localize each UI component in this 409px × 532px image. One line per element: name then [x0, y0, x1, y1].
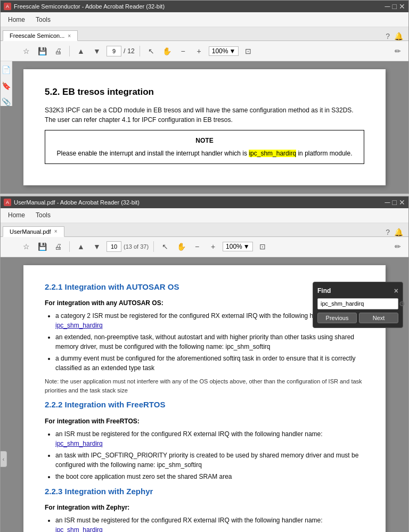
- note-text1: Please enable the interrupt and install …: [56, 150, 247, 157]
- app-icon2: A: [4, 199, 11, 206]
- minimize-btn1[interactable]: ─: [385, 3, 390, 10]
- bell-icon1[interactable]: 🔔: [394, 32, 403, 40]
- add-btn1[interactable]: ☆: [20, 45, 32, 58]
- page-total1: 12: [127, 47, 134, 55]
- hand-btn1[interactable]: ✋: [161, 45, 174, 58]
- maximize-btn1[interactable]: □: [392, 3, 397, 10]
- close-btn2[interactable]: ✕: [399, 199, 405, 206]
- save-btn1[interactable]: 💾: [36, 45, 48, 58]
- zoom-arrow1: ▼: [229, 47, 235, 55]
- window2: A UserManual.pdf - Adobe Acrobat Reader …: [0, 196, 409, 533]
- collapse-handle[interactable]: ‹: [1, 451, 7, 467]
- find-buttons: Previous Next: [317, 313, 398, 323]
- list-item: an extended, non-preemptive task, withou…: [55, 332, 364, 351]
- para1: S32K3 IPCF can be a CDD module in EB tre…: [45, 105, 364, 125]
- tab-usermanual-label: UserManual.pdf: [10, 228, 51, 235]
- help-icon2[interactable]: ?: [386, 228, 390, 236]
- maximize-btn2[interactable]: □: [392, 199, 397, 206]
- note-content1: Please enable the interrupt and install …: [56, 149, 353, 158]
- link-ipc3: ipc_shm_hardirq: [55, 526, 103, 532]
- bullets-zephyr: an ISR must be registered for the config…: [55, 515, 364, 532]
- highlight-text1: ipc_shm_hardirq: [249, 150, 296, 157]
- minimize-btn2[interactable]: ─: [385, 199, 390, 206]
- window1-title: Freescale Semiconductor - Adobe Acrobat …: [14, 3, 165, 10]
- para-freertos: For integration with FreeRTOS:: [45, 416, 364, 426]
- window1: A Freescale Semiconductor - Adobe Acroba…: [0, 0, 409, 194]
- sidebar-doc-icon1[interactable]: 📄: [2, 66, 11, 74]
- left-sidebar1: 📄 🔖 📎: [1, 61, 12, 106]
- find-prev-btn[interactable]: Previous: [317, 313, 357, 323]
- sep4: [153, 241, 154, 252]
- tabbar2: UserManual.pdf × ? 🔔: [1, 223, 408, 237]
- menubar1: Home Tools: [1, 12, 408, 27]
- annotation-btn2[interactable]: ✏: [391, 240, 404, 253]
- pdf-content2: Find × ⚙ Previous Next ‹ 2.2.1 Integrati…: [1, 257, 408, 533]
- find-input-row: ⚙: [317, 298, 398, 309]
- para-zephyr: For integration with Zephyr:: [45, 503, 364, 512]
- toolbar2: 📄 🔖 📎 ☆ 💾 🖨 ▲ ▼ (13 of 37) ↖ ✋ − + 100% …: [1, 237, 408, 257]
- section-2-2-3: 2.2.3 Integration with Zephyr: [45, 486, 364, 498]
- zoom-out-btn2[interactable]: −: [191, 240, 203, 253]
- page-input2[interactable]: [107, 241, 121, 252]
- scroll-up-btn2[interactable]: ▲: [75, 240, 87, 253]
- tab-freescale[interactable]: Freescale Semicon... ×: [3, 30, 78, 41]
- zoom-display1[interactable]: 100% ▼: [209, 46, 239, 56]
- select-btn1[interactable]: ↖: [145, 45, 158, 58]
- titlebar2: A UserManual.pdf - Adobe Acrobat Reader …: [1, 197, 408, 208]
- find-settings-icon[interactable]: ⚙: [397, 299, 407, 309]
- add-btn2[interactable]: ☆: [20, 240, 32, 253]
- print-btn2[interactable]: 🖨: [52, 240, 64, 253]
- tab-close2[interactable]: ×: [54, 228, 58, 234]
- page-input1[interactable]: [107, 46, 121, 56]
- sep2: [140, 46, 140, 56]
- note-autosar: Note: the user application must not inte…: [45, 377, 364, 395]
- tabbar1: Freescale Semicon... × ? 🔔: [1, 27, 408, 41]
- section-2-2-2: 2.2.2 Integration with FreeRTOS: [45, 399, 364, 411]
- find-next-btn[interactable]: Next: [359, 313, 398, 323]
- list-item: an ISR must be registered for the config…: [55, 515, 364, 532]
- pdf-content1: 5.2. EB tresos integration S32K3 IPCF ca…: [1, 61, 408, 193]
- page-nav2: (13 of 37): [107, 241, 149, 252]
- zoom-display2[interactable]: 100% ▼: [223, 242, 253, 251]
- save-btn2[interactable]: 💾: [36, 240, 48, 253]
- list-item: the boot core application must zero set …: [55, 472, 364, 481]
- zoom-value1: 100%: [212, 47, 228, 55]
- find-search-input[interactable]: [318, 299, 397, 308]
- bell-icon2[interactable]: 🔔: [394, 228, 403, 236]
- tab-close1[interactable]: ×: [68, 33, 71, 39]
- titlebar1: A Freescale Semiconductor - Adobe Acroba…: [1, 1, 408, 12]
- zoom-in-btn2[interactable]: +: [207, 240, 219, 253]
- sidebar-attach-icon1[interactable]: 📎: [2, 97, 11, 106]
- menu-tools2[interactable]: Tools: [30, 209, 56, 221]
- list-item: an ISR must be registered for the config…: [55, 429, 364, 448]
- select-btn2[interactable]: ↖: [159, 240, 171, 253]
- sidebar-bookmark-icon1[interactable]: 🔖: [2, 81, 11, 90]
- menu-tools1[interactable]: Tools: [30, 14, 56, 26]
- sep1: [69, 46, 70, 56]
- help-icon1[interactable]: ?: [386, 32, 390, 40]
- pdf-page1: 5.2. EB tresos integration S32K3 IPCF ca…: [23, 69, 386, 185]
- print-btn1[interactable]: 🖨: [52, 45, 64, 58]
- link-ipc1: ipc_shm_hardirq: [55, 322, 103, 329]
- fit-page-btn1[interactable]: ⊡: [242, 45, 255, 58]
- tab-usermanual[interactable]: UserManual.pdf ×: [3, 226, 64, 237]
- scroll-up-btn1[interactable]: ▲: [75, 45, 87, 58]
- page-sep1: /: [124, 47, 125, 55]
- menubar2: Home Tools: [1, 208, 408, 223]
- sep3: [69, 241, 70, 252]
- page-info2: (13 of 37): [124, 243, 149, 250]
- hand-btn2[interactable]: ✋: [175, 240, 187, 253]
- scroll-down-btn1[interactable]: ▼: [91, 45, 103, 58]
- fit-page-btn2[interactable]: ⊡: [256, 240, 269, 253]
- toolbar1: 📄 🔖 📎 ☆ 💾 🖨 ▲ ▼ / 12 ↖ ✋ − + 100% ▼: [1, 41, 408, 61]
- menu-home2[interactable]: Home: [3, 209, 30, 221]
- find-close-btn[interactable]: ×: [394, 287, 398, 295]
- zoom-in-btn1[interactable]: +: [193, 45, 206, 58]
- note-suffix1: in platform module.: [298, 150, 352, 157]
- menu-home1[interactable]: Home: [3, 14, 30, 26]
- note-box1: NOTE Please enable the interrupt and ins…: [45, 130, 364, 164]
- zoom-out-btn1[interactable]: −: [177, 45, 190, 58]
- scroll-down-btn2[interactable]: ▼: [91, 240, 103, 253]
- close-btn1[interactable]: ✕: [399, 3, 405, 10]
- annotation-btn1[interactable]: ✏: [391, 45, 404, 58]
